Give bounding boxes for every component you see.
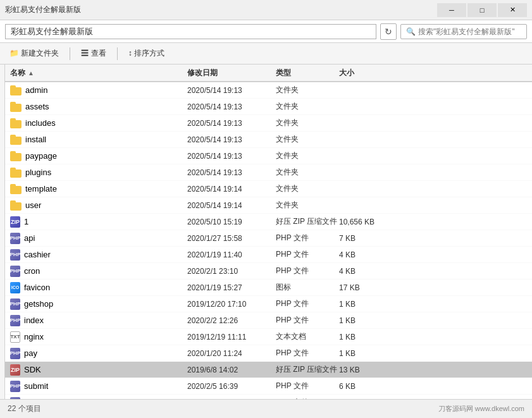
- file-name-text: index: [24, 316, 44, 325]
- search-box[interactable]: 🔍: [400, 24, 527, 39]
- file-rows-container: admin 2020/5/14 19:13 文件夹 assets 2020/5/…: [5, 82, 532, 399]
- new-folder-button[interactable]: 📁 新建文件夹: [3, 46, 66, 62]
- table-row[interactable]: includes 2020/5/14 19:13 文件夹: [5, 115, 532, 132]
- table-row[interactable]: PHP submit2 2020/2/5 16:38 PHP 文件 3 KB: [5, 395, 532, 399]
- file-name-cell: assets: [10, 102, 187, 112]
- php-icon: PHP: [10, 249, 20, 261]
- file-name-text: user: [25, 200, 41, 210]
- file-type-cell: PHP 文件: [276, 381, 339, 391]
- table-row[interactable]: install 2020/5/14 19:13 文件夹: [5, 132, 532, 148]
- table-row[interactable]: PHP cashier 2020/1/19 11:40 PHP 文件 4 KB: [5, 247, 532, 263]
- file-name-text: pay: [24, 348, 37, 358]
- folder-icon: [10, 151, 22, 161]
- file-name-text: submit: [24, 381, 48, 391]
- table-row[interactable]: admin 2020/5/14 19:13 文件夹: [5, 82, 532, 99]
- close-button[interactable]: ✕: [498, 3, 527, 17]
- file-name-text: cron: [24, 266, 40, 276]
- file-name-text: install: [25, 135, 46, 144]
- file-size-cell: 1 KB: [339, 349, 527, 358]
- file-name-cell: PHP submit2: [10, 397, 187, 400]
- view-button[interactable]: ☰ 查看: [74, 46, 113, 62]
- file-type-cell: 文件夹: [276, 134, 339, 145]
- file-name-text: 1: [24, 217, 28, 226]
- file-type-cell: 文件夹: [276, 151, 339, 161]
- file-name-cell: install: [10, 135, 187, 145]
- file-size-cell: 17 KB: [339, 283, 527, 292]
- file-date-cell: 2020/5/14 19:13: [187, 86, 276, 95]
- file-type-cell: 文本文档: [276, 331, 339, 342]
- table-row[interactable]: PHP pay 2020/1/20 11:24 PHP 文件 1 KB: [5, 345, 532, 362]
- table-row[interactable]: PHP getshop 2019/12/20 17:10 PHP 文件 1 KB: [5, 296, 532, 312]
- file-name-text: includes: [25, 118, 56, 128]
- file-name-text: assets: [25, 102, 49, 111]
- php-icon: PHP: [10, 348, 20, 359]
- table-row[interactable]: PHP api 2020/1/27 15:58 PHP 文件 7 KB: [5, 230, 532, 247]
- table-row[interactable]: template 2020/5/14 19:14 文件夹: [5, 181, 532, 197]
- zip-alt-icon: ZIP: [10, 364, 20, 376]
- file-date-cell: 2019/6/8 14:02: [187, 366, 276, 374]
- window-title: 彩虹易支付全解最新版: [5, 4, 437, 15]
- file-name-cell: ICO favicon: [10, 282, 187, 293]
- file-type-cell: 图标: [276, 282, 339, 293]
- table-row[interactable]: paypage 2020/5/14 19:13 文件夹: [5, 148, 532, 164]
- file-name-cell: PHP pay: [10, 348, 187, 359]
- file-date-cell: 2020/1/19 15:27: [187, 283, 276, 292]
- sort-button[interactable]: ↕ 排序方式: [121, 46, 171, 62]
- file-size-cell: 1 KB: [339, 300, 527, 309]
- file-type-cell: 文件夹: [276, 85, 339, 95]
- file-date-cell: 2020/1/20 11:24: [187, 349, 276, 358]
- folder-icon: [10, 184, 22, 194]
- table-row[interactable]: PHP cron 2020/2/1 23:10 PHP 文件 4 KB: [5, 263, 532, 280]
- table-row[interactable]: ZIP 1 2020/5/10 15:19 好压 ZIP 压缩文件 10,656…: [5, 214, 532, 230]
- minimize-button[interactable]: ─: [437, 3, 466, 17]
- file-date-cell: 2020/5/10 15:19: [187, 218, 276, 226]
- col-type-header[interactable]: 类型: [276, 68, 339, 78]
- file-date-cell: 2020/2/1 23:10: [187, 267, 276, 276]
- file-name-text: nginx: [24, 332, 44, 341]
- file-size-cell: 6 KB: [339, 382, 527, 391]
- status-count: 22 个项目: [8, 403, 438, 414]
- table-row[interactable]: assets 2020/5/14 19:13 文件夹: [5, 99, 532, 115]
- table-row[interactable]: plugins 2020/5/14 19:13 文件夹: [5, 164, 532, 181]
- col-date-header[interactable]: 修改日期: [187, 68, 276, 78]
- file-type-cell: PHP 文件: [276, 348, 339, 359]
- file-size-cell: 1 KB: [339, 333, 527, 341]
- table-row[interactable]: ICO favicon 2020/1/19 15:27 图标 17 KB: [5, 280, 532, 296]
- search-icon: 🔍: [406, 27, 416, 36]
- folder-icon: [10, 102, 22, 112]
- file-name-text: plugins: [25, 168, 51, 177]
- toolbar-separator-2: [117, 47, 118, 60]
- file-type-cell: 文件夹: [276, 167, 339, 178]
- table-row[interactable]: user 2020/5/14 19:14 文件夹: [5, 197, 532, 214]
- file-date-cell: 2020/2/5 16:39: [187, 382, 276, 391]
- col-size-header[interactable]: 大小: [339, 68, 527, 78]
- file-date-cell: 2020/5/14 19:13: [187, 119, 276, 128]
- php-icon: PHP: [10, 298, 20, 310]
- search-input[interactable]: [418, 27, 519, 36]
- watermark: 刀客源码网 www.dkewl.com: [438, 404, 524, 414]
- folder-icon: [10, 168, 22, 178]
- table-row[interactable]: ZIP SDK 2019/6/8 14:02 好压 ZIP 压缩文件 13 KB: [5, 362, 532, 378]
- address-path[interactable]: 彩虹易支付全解最新版: [5, 24, 376, 39]
- table-row[interactable]: PHP index 2020/2/2 12:26 PHP 文件 1 KB: [5, 312, 532, 329]
- file-date-cell: 2020/5/14 19:13: [187, 152, 276, 161]
- file-list-header: 名称 ▲ 修改日期 类型 大小: [5, 65, 532, 82]
- file-name-text: favicon: [24, 283, 50, 292]
- file-date-cell: 2019/12/20 17:10: [187, 300, 276, 309]
- file-name-cell: PHP api: [10, 233, 187, 244]
- txt-icon: TXT: [10, 331, 20, 343]
- refresh-button[interactable]: ↻: [380, 23, 397, 40]
- file-name-cell: PHP cron: [10, 266, 187, 277]
- table-row[interactable]: PHP submit 2020/2/5 16:39 PHP 文件 6 KB: [5, 378, 532, 395]
- maximize-button[interactable]: □: [467, 3, 497, 17]
- col-name-header[interactable]: 名称 ▲: [10, 68, 187, 78]
- file-list: 名称 ▲ 修改日期 类型 大小 admin 2020/5/14 19:13 文件…: [5, 65, 532, 399]
- php-icon: PHP: [10, 266, 20, 277]
- file-name-cell: user: [10, 200, 187, 211]
- table-row[interactable]: TXT nginx 2019/12/19 11:11 文本文档 1 KB: [5, 329, 532, 345]
- file-name-cell: ZIP 1: [10, 216, 187, 228]
- file-name-text: submit2: [24, 398, 53, 399]
- file-name-text: paypage: [25, 151, 57, 161]
- file-date-cell: 2020/1/27 15:58: [187, 234, 276, 243]
- file-type-cell: PHP 文件: [276, 233, 339, 243]
